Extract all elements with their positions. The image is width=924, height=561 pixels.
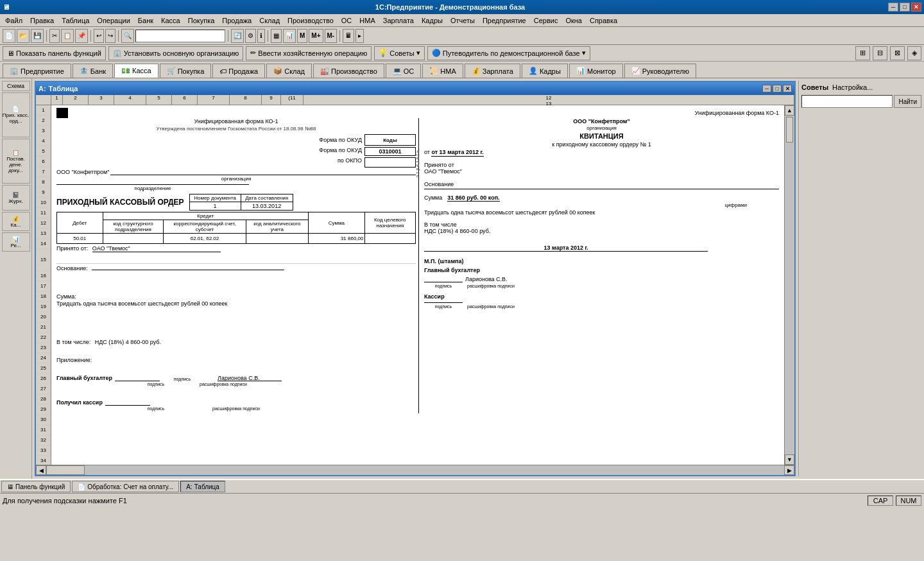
sidebar-item-4[interactable]: 💰 Ка...: [2, 212, 30, 231]
quickbar-icon2[interactable]: ⊟: [873, 46, 887, 60]
toolbar-new[interactable]: 📄: [3, 29, 15, 43]
menu-help[interactable]: Справка: [586, 15, 621, 26]
menu-edit[interactable]: Правка: [26, 15, 58, 26]
enter-operation-btn[interactable]: ✏ Ввести хозяйственную операцию: [246, 46, 372, 60]
toolbar-table[interactable]: ▦: [271, 29, 282, 43]
org-icon: 🏢: [113, 49, 122, 57]
menu-table[interactable]: Таблица: [58, 15, 93, 26]
menu-service[interactable]: Сервис: [530, 15, 562, 26]
toolbar-search-input[interactable]: [135, 30, 225, 42]
maximize-button[interactable]: □: [900, 3, 910, 12]
tab-production[interactable]: 🏭 Производство: [313, 64, 384, 78]
toolbar-settings[interactable]: ⚙: [245, 29, 256, 43]
taskbar-table[interactable]: A: Таблица: [180, 481, 225, 492]
tab-monitor[interactable]: 📊 Монитор: [569, 64, 623, 78]
blank-28: [56, 318, 416, 329]
unified-form-label: Унифицированная форма КО-1: [695, 110, 779, 116]
row-h-33: 33: [36, 445, 51, 456]
menu-production[interactable]: Производство: [284, 15, 338, 26]
minimize-button[interactable]: ─: [888, 3, 898, 12]
toolbar-redo[interactable]: ↪: [105, 29, 116, 43]
menu-purchase[interactable]: Покупка: [184, 15, 219, 26]
vertical-scrollbar[interactable]: ▲ ▼: [784, 105, 794, 465]
toolbar-cut[interactable]: ✂: [49, 29, 60, 43]
tips-btn[interactable]: 💡 Советы ▾: [374, 46, 424, 60]
menu-sale[interactable]: Продажа: [218, 15, 255, 26]
scroll-left-btn[interactable]: ◀: [36, 465, 46, 475]
scroll-htrack[interactable]: [46, 465, 784, 475]
tab-purchase[interactable]: 🛒 Покупка: [160, 64, 212, 78]
tab-sale[interactable]: 🏷 Продажа: [212, 64, 265, 78]
menu-reports[interactable]: Отчеты: [447, 15, 479, 26]
chief-sign-lbl: подпись: [133, 382, 178, 386]
menu-salary[interactable]: Зарплата: [379, 15, 418, 26]
menu-os[interactable]: ОС: [338, 15, 356, 26]
toolbar-refresh[interactable]: 🔄: [231, 29, 244, 43]
sidebar-item-2[interactable]: 📋 Постав. дене. доку...: [2, 139, 30, 184]
doc-window-icon: A:: [38, 85, 46, 92]
right-search-input[interactable]: [801, 95, 893, 108]
tab-cash[interactable]: 💵 Касса: [114, 64, 158, 78]
scroll-down-btn[interactable]: ▼: [785, 454, 794, 465]
tab-hr[interactable]: 👤 Кадры: [522, 64, 568, 78]
quickbar-icon3[interactable]: ⊠: [890, 46, 905, 60]
row-h-13: 13: [36, 229, 51, 239]
doc-maximize-btn[interactable]: □: [773, 85, 782, 92]
tab-bank[interactable]: 🏦 Банк: [73, 64, 113, 78]
set-org-btn[interactable]: 🏢 Установить основную организацию: [108, 46, 244, 60]
doc-minimize-btn[interactable]: ─: [762, 85, 771, 92]
toolbar-m[interactable]: M: [297, 29, 307, 43]
tab-salary[interactable]: 💰 Зарплата: [465, 64, 520, 78]
toolbar-calc[interactable]: 🖩: [343, 29, 354, 43]
toolbar-extra[interactable]: ▸: [355, 29, 364, 43]
toolbar-info[interactable]: ℹ: [257, 29, 265, 43]
toolbar-paste[interactable]: 📌: [75, 29, 88, 43]
toolbar-chart[interactable]: 📊: [283, 29, 296, 43]
doc-date-val: 13.03.2012: [241, 202, 293, 210]
tab-nma[interactable]: 📜 НМА: [422, 64, 463, 78]
toolbar-save[interactable]: 💾: [31, 29, 44, 43]
menu-warehouse[interactable]: Склад: [255, 15, 284, 26]
menu-hr[interactable]: Кадры: [418, 15, 447, 26]
tab-os[interactable]: 💻 ОС: [386, 64, 422, 78]
menu-file[interactable]: Файл: [1, 15, 26, 26]
menu-cash[interactable]: Касса: [157, 15, 184, 26]
toolbar-mminus[interactable]: M-: [325, 29, 338, 43]
taskbar-functions[interactable]: 🖥 Панель функций: [1, 481, 71, 492]
guide-btn[interactable]: 🔵 Путеводитель по демонстрационной базе …: [427, 46, 590, 60]
tab-warehouse[interactable]: 📦 Склад: [266, 64, 312, 78]
doc-close-btn[interactable]: ✕: [783, 85, 792, 92]
sidebar-item-3[interactable]: 📓 Журн.: [2, 185, 30, 211]
tips-link[interactable]: Советы: [801, 83, 828, 91]
menu-bank[interactable]: Банк: [134, 15, 157, 26]
scroll-thumb[interactable]: [786, 117, 793, 142]
toolbar-open[interactable]: 📂: [17, 29, 30, 43]
settings-link[interactable]: Настройка...: [832, 83, 873, 91]
scroll-hthumb[interactable]: [46, 465, 85, 475]
menu-operations[interactable]: Операции: [93, 15, 133, 26]
scroll-track[interactable]: [785, 116, 794, 454]
blank-31: [56, 347, 416, 357]
taskbar-processing[interactable]: 📄 Обработка: Счет на оплату...: [72, 481, 179, 492]
toolbar-mplus[interactable]: M+: [309, 29, 323, 43]
scroll-right-btn[interactable]: ▶: [784, 465, 794, 475]
sidebar-icon-5: 📊: [12, 236, 19, 243]
quickbar-icon4[interactable]: ◈: [907, 46, 921, 60]
horizontal-scrollbar[interactable]: ◀ ▶: [36, 465, 794, 475]
menu-windows[interactable]: Окна: [561, 15, 586, 26]
menu-enterprise[interactable]: Предприятие: [479, 15, 530, 26]
quickbar-icon1[interactable]: ⊞: [855, 46, 870, 60]
menu-nma[interactable]: НМА: [355, 15, 379, 26]
scroll-up-btn[interactable]: ▲: [785, 105, 794, 116]
tab-management[interactable]: 📈 Руководителю: [624, 64, 696, 78]
close-button[interactable]: ✕: [911, 3, 921, 12]
sidebar-item-5[interactable]: 📊 Ре...: [2, 232, 30, 252]
toolbar-copy[interactable]: 📋: [61, 29, 74, 43]
sidebar-item-1[interactable]: 📄 Прих. касс. орд...: [2, 92, 30, 137]
tab-enterprise[interactable]: 🏢 Предприятие: [3, 64, 71, 78]
toolbar-search[interactable]: 🔍: [121, 29, 134, 43]
right-search-btn[interactable]: Найти: [894, 95, 921, 108]
show-functions-btn[interactable]: 🖥 Показать панель функций: [3, 46, 106, 60]
division-row: [56, 184, 249, 185]
toolbar-undo[interactable]: ↩: [94, 29, 104, 43]
